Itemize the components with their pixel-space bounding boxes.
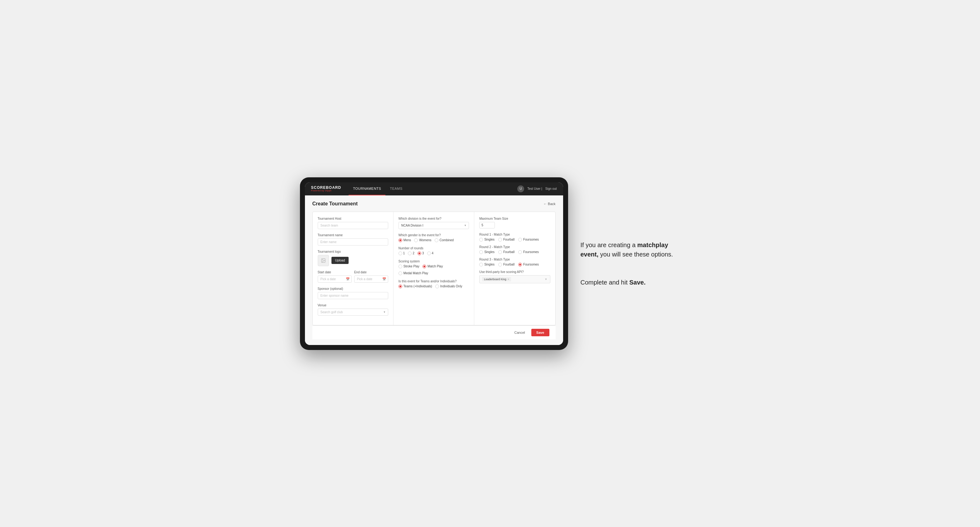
round3-foursomes[interactable]: Foursomes — [518, 263, 539, 267]
scoring-match-radio[interactable] — [423, 265, 426, 268]
logo-sub: Powered by clippit — [311, 189, 341, 192]
api-label: Use third-party live scoring API? — [479, 270, 550, 274]
individuals-option[interactable]: Individuals Only — [435, 284, 462, 288]
round-2[interactable]: 2 — [408, 251, 414, 255]
start-date-group: Start date 📅 — [318, 270, 352, 283]
logo-main: SCOREBOARD — [311, 186, 341, 189]
end-date-wrapper: 📅 — [354, 276, 388, 283]
round1-singles-radio[interactable] — [479, 238, 483, 241]
gender-combined-radio[interactable] — [435, 238, 438, 242]
round1-fourball-radio[interactable] — [498, 238, 502, 241]
cancel-button[interactable]: Cancel — [511, 329, 529, 336]
round-4[interactable]: 4 — [427, 251, 434, 255]
round2-foursomes-radio[interactable] — [518, 250, 522, 254]
tab-teams[interactable]: TEAMS — [385, 182, 407, 195]
nav-right: U Test User | Sign out — [517, 186, 557, 192]
api-section: Use third-party live scoring API? Leader… — [479, 270, 550, 283]
nav-logo: SCOREBOARD Powered by clippit — [311, 186, 341, 192]
scoring-match[interactable]: Match Play — [423, 265, 443, 268]
round-1[interactable]: 1 — [398, 251, 405, 255]
name-input[interactable] — [318, 238, 388, 246]
end-date-input[interactable] — [354, 276, 388, 283]
host-label: Tournament Host — [318, 217, 388, 220]
round-2-radio[interactable] — [408, 251, 412, 255]
round2-fourball[interactable]: Fourball — [498, 250, 514, 254]
venue-section: Venue ▼ — [318, 303, 388, 316]
round-1-radio[interactable] — [398, 251, 402, 255]
round1-singles[interactable]: Singles — [479, 238, 495, 241]
round2-foursomes[interactable]: Foursomes — [518, 250, 539, 254]
scoring-stroke[interactable]: Stroke Play — [398, 265, 419, 268]
gender-label: Which gender is the event for? — [398, 233, 469, 237]
scoring-stroke-radio[interactable] — [398, 265, 402, 268]
api-dropdown-arrow: ▼ — [545, 278, 547, 281]
round1-fourball[interactable]: Fourball — [498, 238, 514, 241]
teams-radio[interactable] — [398, 284, 402, 288]
venue-label: Venue — [318, 303, 388, 307]
venue-input[interactable] — [318, 308, 388, 316]
sponsor-input[interactable] — [318, 292, 388, 299]
max-team-size-input[interactable] — [479, 222, 495, 229]
tournament-name-section: Tournament name — [318, 233, 388, 246]
host-input[interactable] — [318, 222, 388, 229]
sign-out-link[interactable]: Sign out — [545, 187, 557, 190]
round3-foursomes-radio[interactable] — [518, 263, 522, 267]
api-tag: Leaderboard King × — [482, 277, 511, 281]
gender-mens-radio[interactable] — [398, 238, 402, 242]
gender-mens[interactable]: Mens — [398, 238, 411, 242]
teams-label: Is this event for Teams and/or Individua… — [398, 279, 469, 283]
round3-singles-radio[interactable] — [479, 263, 483, 267]
round1-foursomes-radio[interactable] — [518, 238, 522, 241]
round1-label: Round 1 - Match Type — [479, 233, 550, 236]
scoring-medal[interactable]: Medal Match Play — [398, 271, 428, 275]
gender-combined[interactable]: Combined — [435, 238, 454, 242]
end-date-group: End date 📅 — [354, 270, 388, 283]
back-link[interactable]: ← Back — [544, 202, 556, 206]
round-3-radio[interactable] — [417, 251, 421, 255]
scoring-medal-radio[interactable] — [398, 271, 402, 275]
api-select[interactable]: Leaderboard King × ▼ — [479, 275, 550, 283]
round3-fourball[interactable]: Fourball — [498, 263, 514, 267]
round1-match-options: Singles Fourball Foursomes — [479, 238, 550, 241]
mid-column: Which division is the event for? NCAA Di… — [393, 212, 474, 325]
individuals-radio[interactable] — [435, 284, 439, 288]
round1-foursomes[interactable]: Foursomes — [518, 238, 539, 241]
start-date-input[interactable] — [318, 276, 352, 283]
round2-match-options: Singles Fourball Foursomes — [479, 250, 550, 254]
teams-option[interactable]: Teams (+Individuals) — [398, 284, 432, 288]
gender-section: Which gender is the event for? Mens Wome… — [398, 233, 469, 242]
round2-singles-radio[interactable] — [479, 250, 483, 254]
round3-fourball-radio[interactable] — [498, 263, 502, 267]
round-3[interactable]: 3 — [417, 251, 424, 255]
scoring-section: Scoring system Stroke Play Match Play — [398, 260, 469, 275]
division-select-wrapper: NCAA Division I ▼ — [398, 222, 469, 229]
tablet-frame: SCOREBOARD Powered by clippit TOURNAMENT… — [300, 177, 568, 350]
round3-singles[interactable]: Singles — [479, 263, 495, 267]
max-team-size-section: Maximum Team Size — [479, 217, 550, 229]
gender-radio-group: Mens Womens Combined — [398, 238, 469, 242]
tab-tournaments[interactable]: TOURNAMENTS — [348, 182, 385, 195]
scoring-label: Scoring system — [398, 260, 469, 263]
tablet-screen: SCOREBOARD Powered by clippit TOURNAMENT… — [305, 182, 563, 345]
round2-singles[interactable]: Singles — [479, 250, 495, 254]
rounds-label: Number of rounds — [398, 246, 469, 250]
api-clear-btn[interactable]: × — [508, 278, 509, 281]
round-4-radio[interactable] — [427, 251, 431, 255]
logo-placeholder — [318, 255, 329, 266]
form-footer: Cancel Save — [312, 325, 556, 340]
upload-button[interactable]: Upload — [331, 257, 349, 264]
start-label: Start date — [318, 270, 352, 274]
rounds-section: Number of rounds 1 2 — [398, 246, 469, 255]
round2-fourball-radio[interactable] — [498, 250, 502, 254]
page-header: Create Tournament ← Back — [312, 201, 556, 206]
page-title: Create Tournament — [312, 201, 358, 206]
division-select[interactable]: NCAA Division I — [398, 222, 469, 229]
sponsor-label: Sponsor (optional) — [318, 287, 388, 290]
right-column: Maximum Team Size Round 1 - Match Type S… — [474, 212, 555, 325]
gender-womens-radio[interactable] — [414, 238, 418, 242]
round1-match-type: Round 1 - Match Type Singles Fourball — [479, 233, 550, 241]
logo-label: Tournament logo — [318, 250, 388, 253]
gender-womens[interactable]: Womens — [414, 238, 431, 242]
division-section: Which division is the event for? NCAA Di… — [398, 217, 469, 229]
save-button[interactable]: Save — [531, 329, 549, 336]
